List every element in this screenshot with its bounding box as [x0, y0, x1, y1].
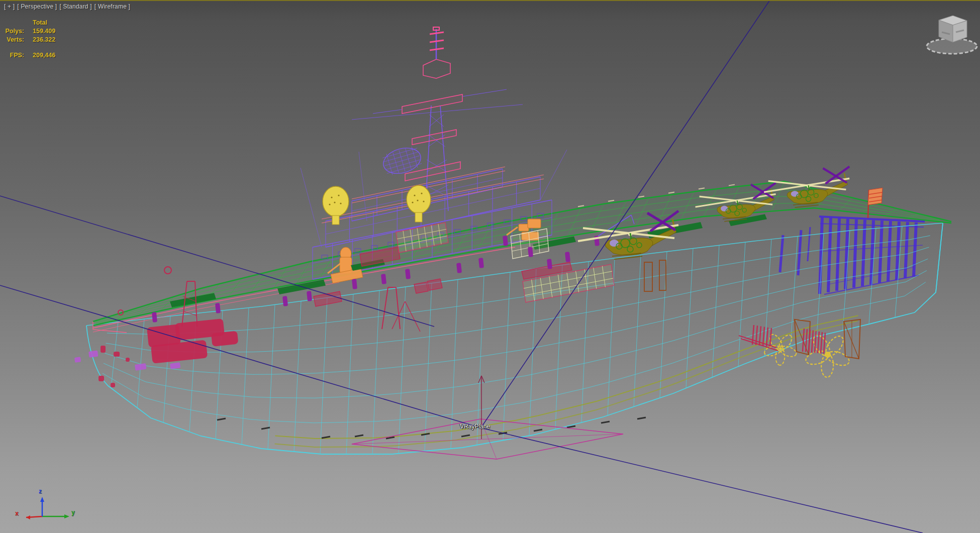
- stats-verts-label: Verts:: [5, 36, 24, 44]
- mast-tower[interactable]: [352, 27, 523, 211]
- viewport-label: [ + ][ Perspective ][ Standard ][ Wirefr…: [4, 3, 133, 10]
- vrayplane-object-label: VRayPlane: [460, 423, 490, 430]
- viewport-general-menu[interactable]: [ + ]: [4, 3, 15, 10]
- stats-verts-value: 236.322: [33, 36, 55, 44]
- propellers[interactable]: [763, 333, 851, 378]
- ship-wireframe-scene[interactable]: [0, 0, 980, 533]
- stats-polys-label: Polys:: [5, 27, 24, 36]
- axis-x-label: x: [15, 510, 19, 517]
- active-viewport-border: [0, 0, 980, 1]
- world-axis-tripod: x y z: [10, 490, 90, 533]
- stats-fps-label: FPS:: [5, 51, 24, 60]
- view-cube[interactable]: [924, 9, 980, 59]
- world-axis-lines: [10, 490, 90, 533]
- viewport-renderer-menu[interactable]: [ Standard ]: [59, 3, 91, 10]
- axis-y-label: y: [71, 509, 75, 516]
- stats-fps-row: FPS: 209,446: [5, 51, 55, 60]
- stats-verts-row: Verts: 236.322: [5, 36, 55, 44]
- perspective-viewport[interactable]: [ + ][ Perspective ][ Standard ][ Wirefr…: [0, 0, 980, 533]
- stats-fps-value: 209,446: [33, 51, 55, 60]
- statistics-overlay: Total Polys: 159.409 Verts: 236.322 FPS:…: [5, 19, 55, 60]
- stats-polys-value: 159.409: [33, 27, 55, 36]
- stats-header-spacer: [5, 19, 24, 27]
- axis-z-label: z: [39, 488, 42, 495]
- stats-total-header: Total: [33, 19, 47, 27]
- light-rays[interactable]: [0, 0, 923, 533]
- stats-header-row: Total: [5, 19, 55, 27]
- viewport-pov-menu[interactable]: [ Perspective ]: [17, 3, 57, 10]
- viewport-shading-menu[interactable]: [ Wireframe ]: [94, 3, 130, 10]
- stats-polys-row: Polys: 159.409: [5, 27, 55, 36]
